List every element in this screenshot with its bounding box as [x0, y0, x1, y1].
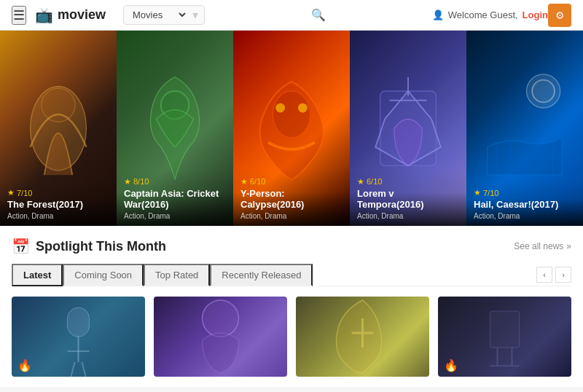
hero-rating-captain: ★8/10 — [124, 177, 226, 187]
fire-icon: 🔥 — [17, 358, 32, 372]
tab-latest[interactable]: Latest — [12, 264, 63, 286]
svg-rect-9 — [68, 307, 90, 337]
section-title-area: 📅 Spotlight This Month — [12, 238, 166, 255]
logo-icon: 📺 — [35, 7, 53, 24]
hero-card-forest[interactable]: ★7/10The Forest(2017)Action, Drama — [0, 31, 117, 226]
svg-point-1 — [42, 88, 75, 122]
login-link[interactable]: Login — [523, 9, 548, 20]
svg-point-8 — [532, 79, 555, 102]
hero-overlay-yperson: ★6/10Y-Person: Calypse(2016)Action, Dram… — [233, 170, 350, 226]
tab-next-button[interactable]: › — [555, 267, 571, 283]
settings-icon: ⚙ — [555, 9, 565, 21]
hero-rating-hail: ★7/10 — [474, 188, 576, 197]
spotlight-icon: 📅 — [12, 238, 30, 255]
movie-thumb-m3[interactable] — [296, 297, 429, 377]
tab-top-rated[interactable]: Top Rated — [144, 264, 210, 286]
star-icon: ★ — [7, 188, 15, 197]
hero-overlay-forest: ★7/10The Forest(2017)Action, Drama — [0, 181, 117, 226]
hamburger-button[interactable]: ☰ — [12, 6, 26, 25]
hero-title-forest: The Forest(2017) — [7, 199, 109, 211]
welcome-text: Welcome Guest, — [448, 9, 518, 20]
spotlight-section: 📅 Spotlight This Month See all news » La… — [0, 226, 583, 387]
hero-card-hail[interactable]: ★7/10Hail, Caesar!(2017)Action, Drama — [466, 31, 583, 226]
movie-thumb-m1[interactable]: 🔥 — [12, 297, 145, 377]
star-icon: ★ — [357, 177, 364, 187]
user-icon: 👤 — [432, 9, 444, 20]
movie-thumb-m2[interactable] — [154, 297, 287, 377]
hero-rating-forest: ★7/10 — [7, 188, 109, 197]
hero-genre-forest: Action, Drama — [7, 212, 109, 220]
search-button[interactable]: 🔍 — [311, 8, 326, 22]
settings-button[interactable]: ⚙ — [548, 4, 571, 27]
hero-title-lorem: Lorem v Tempora(2016) — [357, 188, 459, 211]
header-right: 👤 Welcome Guest, Login — [432, 9, 548, 20]
hero-rating-lorem: ★6/10 — [357, 177, 459, 187]
hero-title-yperson: Y-Person: Calypse(2016) — [240, 188, 343, 211]
movie-thumb-m4[interactable]: 🔥 — [438, 297, 571, 377]
svg-point-3 — [273, 91, 310, 138]
star-icon: ★ — [474, 188, 481, 197]
hero-rating-yperson: ★6/10 — [240, 177, 343, 187]
movie-grid: 🔥 🔥 — [12, 297, 571, 387]
hero-genre-captain: Action, Drama — [124, 212, 226, 220]
header: ☰ 📺 moview Movies TV Shows People ▾ 🔍 👤 … — [0, 0, 583, 31]
fire-icon: 🔥 — [444, 358, 458, 372]
hero-title-hail: Hail, Caesar!(2017) — [474, 199, 576, 211]
svg-point-5 — [298, 103, 308, 112]
hero-title-captain: Captain Asia: Cricket War(2016) — [124, 188, 226, 211]
hero-genre-lorem: Action, Drama — [357, 212, 459, 220]
hero-genre-hail: Action, Drama — [474, 212, 576, 220]
logo: 📺 moview — [35, 7, 106, 24]
star-icon: ★ — [240, 177, 248, 187]
hero-card-captain[interactable]: ★8/10Captain Asia: Cricket War(2016)Acti… — [117, 31, 233, 226]
hero-overlay-captain: ★8/10Captain Asia: Cricket War(2016)Acti… — [117, 170, 233, 226]
tab-prev-button[interactable]: ‹ — [536, 267, 552, 283]
search-category-select[interactable]: Movies TV Shows People — [130, 9, 188, 21]
search-divider: ▾ — [192, 8, 198, 22]
hero-card-yperson[interactable]: ★6/10Y-Person: Calypse(2016)Action, Dram… — [233, 31, 350, 226]
see-all-link[interactable]: See all news » — [514, 241, 571, 251]
tabs-bar: LatestComing SoonTop RatedRecently Relea… — [12, 264, 571, 286]
logo-text: moview — [58, 7, 106, 23]
hero-overlay-hail: ★7/10Hail, Caesar!(2017)Action, Drama — [466, 181, 583, 226]
svg-point-4 — [275, 103, 285, 112]
section-title: Spotlight This Month — [36, 239, 166, 254]
tab-recently-released[interactable]: Recently Released — [210, 264, 313, 286]
tab-nav: ‹› — [536, 267, 571, 283]
hero-genre-yperson: Action, Drama — [240, 212, 343, 220]
chevron-right-icon: » — [566, 241, 571, 251]
hero-card-lorem[interactable]: ★6/10Lorem v Tempora(2016)Action, Drama — [350, 31, 466, 226]
tab-coming-soon[interactable]: Coming Soon — [63, 264, 144, 286]
star-icon: ★ — [124, 177, 131, 187]
svg-point-10 — [203, 300, 239, 337]
hero-overlay-lorem: ★6/10Lorem v Tempora(2016)Action, Drama — [350, 170, 466, 226]
search-area: Movies TV Shows People ▾ — [123, 5, 205, 25]
section-header: 📅 Spotlight This Month See all news » — [12, 238, 571, 255]
svg-rect-11 — [490, 311, 520, 348]
hero-slider: ★7/10The Forest(2017)Action, Drama ★8/10… — [0, 31, 583, 226]
